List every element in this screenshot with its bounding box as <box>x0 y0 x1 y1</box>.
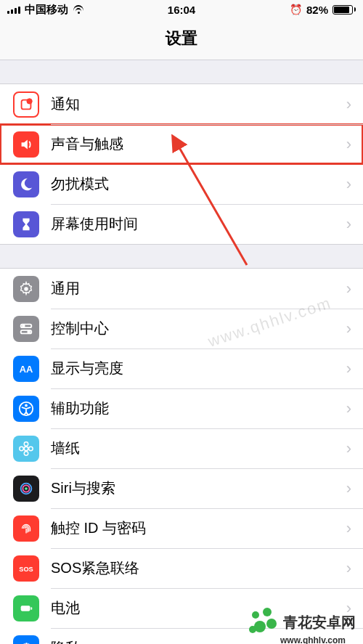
chevron-right-icon: › <box>346 559 351 578</box>
svg-point-4 <box>23 325 25 327</box>
chevron-right-icon: › <box>346 319 351 338</box>
chevron-right-icon: › <box>346 215 351 234</box>
svg-point-11 <box>24 441 28 446</box>
svg-point-13 <box>20 447 23 451</box>
svg-text:AA: AA <box>20 363 33 374</box>
row-display[interactable]: AA 显示与亮度 › <box>0 349 363 388</box>
chevron-right-icon: › <box>346 95 351 114</box>
chevron-right-icon: › <box>346 519 351 538</box>
fingerprint-icon <box>13 515 39 542</box>
row-notifications[interactable]: 通知 › <box>0 84 363 124</box>
chevron-right-icon: › <box>346 135 351 154</box>
notification-icon <box>13 91 39 118</box>
row-label: SOS紧急联络 <box>51 558 346 578</box>
svg-point-10 <box>24 447 28 451</box>
svg-point-9 <box>25 404 28 407</box>
settings-group-1: 通知 › 声音与触感 › 勿扰模式 › 屏幕使用时间 › <box>0 83 363 245</box>
svg-point-6 <box>28 330 30 333</box>
svg-point-1 <box>27 98 32 103</box>
carrier-label: 中国移动 <box>25 3 68 17</box>
chevron-right-icon: › <box>346 439 351 458</box>
svg-point-12 <box>24 451 28 455</box>
row-label: 通知 <box>51 94 346 114</box>
status-right: ⏰ 82% <box>290 4 356 16</box>
chevron-right-icon: › <box>346 599 351 618</box>
chevron-right-icon: › <box>346 479 351 498</box>
flower-icon <box>13 436 39 462</box>
row-general[interactable]: 通用 › <box>0 269 363 309</box>
row-label: 屏幕使用时间 <box>51 214 346 234</box>
row-label: 辅助功能 <box>51 399 346 418</box>
row-accessibility[interactable]: 辅助功能 › <box>0 388 363 428</box>
row-label: 勿扰模式 <box>51 174 346 194</box>
chevron-right-icon: › <box>346 175 351 194</box>
row-dnd[interactable]: 勿扰模式 › <box>0 164 363 204</box>
row-label: 电池 <box>51 598 346 618</box>
svg-rect-19 <box>21 606 30 611</box>
row-wallpaper[interactable]: 墙纸 › <box>0 428 363 468</box>
chevron-right-icon: › <box>346 280 351 298</box>
row-battery[interactable]: 电池 › <box>0 588 363 628</box>
row-label: 显示与亮度 <box>51 359 346 378</box>
siri-icon <box>13 476 39 502</box>
battery-icon <box>13 595 39 621</box>
aa-icon: AA <box>13 356 39 382</box>
svg-point-14 <box>29 447 33 451</box>
svg-rect-20 <box>30 607 32 610</box>
row-sounds[interactable]: 声音与触感 › <box>0 124 363 164</box>
row-sos[interactable]: SOS SOS紧急联络 › <box>0 548 363 588</box>
row-controlcenter[interactable]: 控制中心 › <box>0 309 363 349</box>
toggles-icon <box>13 316 39 342</box>
row-label: 声音与触感 <box>51 134 346 154</box>
svg-point-2 <box>24 287 28 291</box>
row-label: 控制中心 <box>51 319 346 338</box>
row-label: 隐私 <box>51 638 346 644</box>
gear-icon <box>13 276 39 302</box>
chevron-right-icon: › <box>346 399 351 418</box>
settings-group-2: 通用 › 控制中心 › AA 显示与亮度 › 辅助功能 › 墙纸 › Siri与… <box>0 268 363 644</box>
row-label: 通用 <box>51 279 346 298</box>
sos-icon: SOS <box>13 555 39 582</box>
chevron-right-icon: › <box>346 359 351 378</box>
row-privacy[interactable]: 隐私 › <box>0 628 363 644</box>
battery-percent: 82% <box>306 4 328 16</box>
battery-icon <box>333 5 356 15</box>
page-title: 设置 <box>0 19 363 60</box>
svg-point-17 <box>25 487 28 490</box>
row-screentime[interactable]: 屏幕使用时间 › <box>0 204 363 244</box>
row-label: 墙纸 <box>51 439 346 458</box>
row-label: 触控 ID 与密码 <box>51 518 346 538</box>
status-bar: 中国移动 16:04 ⏰ 82% <box>0 0 363 19</box>
hourglass-icon <box>13 211 39 237</box>
chevron-right-icon: › <box>346 639 351 645</box>
svg-text:SOS: SOS <box>19 565 33 572</box>
row-siri[interactable]: Siri与搜索 › <box>0 468 363 508</box>
alarm-icon: ⏰ <box>290 4 302 15</box>
status-left: 中国移动 <box>7 3 84 17</box>
moon-icon <box>13 171 39 197</box>
hand-icon <box>13 635 39 645</box>
wifi-icon <box>73 5 84 14</box>
signal-icon <box>7 5 20 14</box>
person-icon <box>13 396 39 422</box>
speaker-icon <box>13 131 39 158</box>
row-touchid[interactable]: 触控 ID 与密码 › <box>0 508 363 548</box>
row-label: Siri与搜索 <box>51 478 346 498</box>
